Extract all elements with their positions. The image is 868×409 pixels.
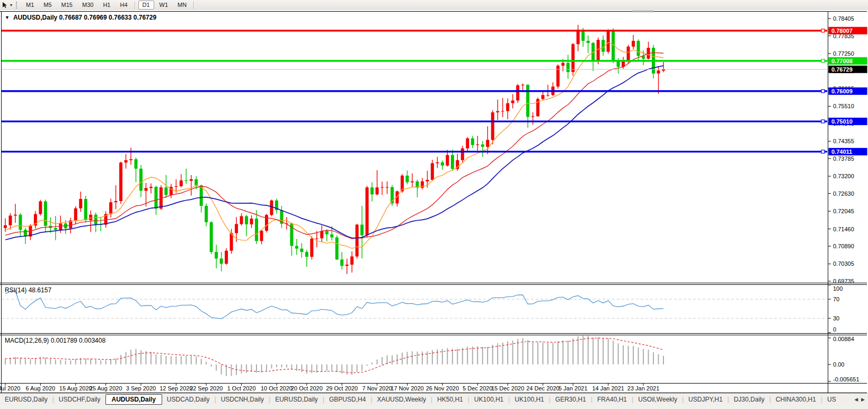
candle	[325, 231, 329, 234]
chart-tab-eurusd-daily[interactable]: EURUSD,Daily	[0, 395, 52, 404]
candles	[4, 25, 665, 274]
candle	[154, 187, 157, 208]
candle	[59, 223, 62, 230]
date-tick-label: 14 Jan 2021	[592, 385, 624, 391]
rsi-tick-label: 100	[833, 285, 843, 292]
chart-tab-usdjpy-h1[interactable]: USDJPY,H1	[684, 395, 727, 404]
timeframe-button-mn[interactable]: MN	[173, 1, 191, 10]
candle	[451, 155, 454, 169]
chart-tab-xauusd-weekly[interactable]: XAUUSD,Weekly	[372, 395, 430, 404]
tab-scroll-left-icon[interactable]: ◀	[854, 397, 858, 402]
price-tick-label: 0.69735	[833, 278, 854, 284]
timeframe-button-h4[interactable]: H4	[116, 1, 131, 10]
candle	[466, 138, 469, 149]
date-tick-label: 15 Dec 2020	[491, 385, 524, 391]
price-tick-label: 0.78405	[833, 15, 854, 22]
chart-tab-eurusd-daily[interactable]: EURUSD,Daily	[270, 395, 323, 404]
candle	[597, 40, 600, 60]
time-axis: 28 Jul 20206 Aug 202015 Aug 202025 Aug 2…	[0, 384, 659, 391]
price-chart-canvas[interactable]: 0.784050.778350.772500.766650.760950.755…	[0, 10, 868, 393]
candle	[350, 256, 353, 264]
timeframe-button-m5[interactable]: M5	[39, 1, 56, 10]
chart-tab-ger30-h1[interactable]: GER30,H1	[551, 395, 591, 404]
candle	[139, 169, 143, 191]
date-tick-label: 29 Oct 2020	[326, 385, 358, 391]
timeframe-button-h1[interactable]: H1	[99, 1, 114, 10]
candle	[190, 179, 193, 181]
candle	[446, 155, 449, 166]
date-tick-label: 26 Nov 2020	[426, 385, 459, 391]
level-line-handle	[821, 29, 825, 32]
cursor-icon[interactable]	[2, 2, 8, 8]
candle	[471, 138, 474, 145]
rsi-tick-label: 0	[833, 326, 836, 333]
chart-tab-usdcnh-daily[interactable]: USDCNH,Daily	[216, 395, 269, 404]
candle	[541, 95, 544, 99]
candle	[546, 95, 550, 95]
price-badge: 0.75010	[831, 118, 853, 125]
tab-scroll-controls: ◀ ▶	[852, 397, 868, 402]
horizontal-level-lines[interactable]	[2, 29, 827, 153]
date-tick-label: 7 Nov 2020	[362, 385, 392, 391]
candle	[366, 187, 369, 235]
toolbar: ▾ M1M5M15M30H1H4D1W1MN	[0, 0, 868, 10]
date-tick-label: 24 Dec 2020	[526, 385, 559, 391]
timeframe-button-d1[interactable]: D1	[138, 1, 154, 10]
chart-tabs: EURUSD,Daily|USDCHF,DailyAUDUSD,DailyUSD…	[0, 394, 841, 405]
timeframe-button-m30[interactable]: M30	[78, 1, 98, 10]
candle	[571, 44, 574, 72]
chevron-down-icon[interactable]: ▾	[10, 3, 12, 7]
candle	[511, 100, 515, 103]
candle	[164, 187, 167, 195]
candle	[54, 228, 57, 230]
chart-tab-uk100-h1[interactable]: UK100,H1	[510, 395, 548, 404]
chart-tab-dj30-daily[interactable]: DJ30,Daily	[729, 395, 769, 404]
timeframe-button-m15[interactable]: M15	[57, 1, 77, 10]
chart-tab-us[interactable]: US	[822, 395, 841, 404]
candle	[205, 206, 208, 222]
chart-shift-marker[interactable]	[632, 11, 654, 12]
date-tick-label: 1 Oct 2020	[227, 385, 256, 391]
candle	[149, 187, 153, 188]
chart-tab-china300-h1[interactable]: CHINA300,H1	[771, 395, 821, 404]
candle	[94, 215, 98, 224]
candle	[461, 149, 464, 160]
chart-tab-audusd-daily[interactable]: AUDUSD,Daily	[105, 394, 162, 405]
candle	[215, 252, 218, 259]
candle	[315, 238, 318, 239]
candle	[255, 219, 258, 241]
chart-tab-usdcad-daily[interactable]: USDCAD,Daily	[162, 395, 215, 404]
candle	[506, 103, 509, 111]
candle	[411, 181, 414, 182]
chart-tab-bar: EURUSD,Daily|USDCHF,DailyAUDUSD,DailyUSD…	[0, 393, 868, 405]
candle	[436, 162, 439, 163]
chart-tab-fra40-h1[interactable]: FRA40,H1	[592, 395, 632, 404]
timeframe-button-m1[interactable]: M1	[22, 1, 38, 10]
candle	[356, 225, 359, 257]
candle	[180, 180, 183, 186]
timeframe-button-w1[interactable]: W1	[155, 1, 173, 10]
tab-scroll-right-icon[interactable]: ▶	[861, 397, 865, 402]
chart-tab-uk100-h1[interactable]: UK100,H1	[470, 395, 508, 404]
price-badge: 0.78007	[831, 28, 853, 34]
candle	[330, 234, 333, 238]
candle	[632, 41, 635, 47]
date-tick-label: 5 Dec 2020	[463, 385, 492, 391]
timeframe-button-group: M1M5M15M30H1H4D1W1MN	[21, 1, 197, 10]
chart-tab-usdchf-daily[interactable]: USDCHF,Daily	[54, 395, 105, 404]
candle	[144, 188, 147, 190]
rsi-tick-label: 70	[833, 296, 839, 302]
candle	[587, 41, 590, 43]
chart-tab-gbpusd-h4[interactable]: GBPUSD,H4	[324, 395, 370, 404]
candle	[225, 251, 228, 264]
chart-tab-usoil-weekly[interactable]: USOil,Weekly	[633, 395, 682, 404]
candle	[426, 180, 429, 181]
candle	[340, 259, 343, 266]
candle	[370, 187, 374, 194]
date-tick-label: 6 Aug 2020	[26, 385, 56, 391]
chart-tab-hk50-h1[interactable]: HK50,H1	[432, 395, 468, 404]
candle	[566, 63, 570, 72]
chart-frame-lines	[0, 11, 867, 393]
candle	[601, 40, 605, 51]
toolbar-grip[interactable]	[16, 2, 18, 8]
